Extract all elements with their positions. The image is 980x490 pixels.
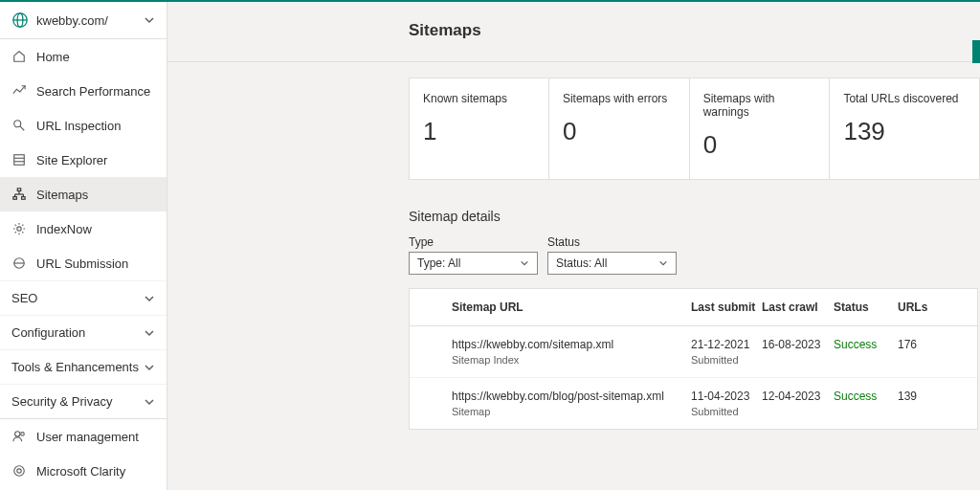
nav-search-performance[interactable]: Search Performance [0,74,167,108]
site-selector[interactable]: kwebby.com/ [0,2,167,39]
th-url[interactable]: Sitemap URL [423,301,691,314]
sitemap-table: Sitemap URL Last submit Last crawl Statu… [409,288,978,430]
page-title: Sitemaps [167,21,980,40]
sitemap-details-heading: Sitemap details [409,209,980,224]
sitemap-url: https://kwebby.com/blog/post-sitemap.xml [452,390,691,403]
submit-status: Submitted [691,406,762,417]
nav-label: URL Inspection [36,119,121,133]
globe-icon [11,11,29,29]
stat-value: 1 [423,117,535,146]
link-icon [11,256,27,271]
stat-label: Total URLs discovered [843,92,966,105]
explorer-icon [11,152,27,167]
stat-cards-row: Known sitemaps 1 Sitemaps with errors 0 … [409,78,980,180]
sitemap-kind: Sitemap Index [452,354,691,366]
svg-point-21 [17,469,21,473]
sidebar: kwebby.com/ Home Search Performance URL … [0,2,167,490]
stat-sitemaps-errors[interactable]: Sitemaps with errors 0 [549,78,690,180]
filter-status-label: Status [547,235,677,249]
nav-microsoft-clarity[interactable]: Microsoft Clarity [0,454,167,488]
stat-total-urls[interactable]: Total URLs discovered 139 [830,78,980,180]
th-last-submit[interactable]: Last submit [691,301,762,314]
nav-site-explorer[interactable]: Site Explorer [0,143,167,177]
user-icon [11,429,27,444]
sitemap-kind: Sitemap [452,406,691,417]
stat-label: Sitemaps with errors [563,92,676,105]
svg-rect-8 [17,189,21,191]
header-divider [167,61,980,62]
chevron-down-icon [520,258,529,268]
table-header: Sitemap URL Last submit Last crawl Statu… [410,289,977,326]
chevron-down-icon [144,327,155,339]
nav-label: User management [36,430,139,444]
nav-group-label: Configuration [11,325,85,340]
nav-label: IndexNow [36,222,92,236]
nav-label: Home [36,50,70,64]
svg-line-4 [20,126,24,130]
nav-group-security[interactable]: Security & Privacy [0,384,167,419]
nav-label: URL Submission [36,256,128,271]
chevron-down-icon [144,14,155,26]
th-status[interactable]: Status [834,301,898,314]
submit-status: Submitted [691,354,762,366]
nav-group-seo[interactable]: SEO [0,280,167,315]
nav-group-tools[interactable]: Tools & Enhancements [0,349,167,384]
nav-label: Search Performance [36,84,150,99]
last-submit-date: 21-12-2021 [691,338,762,351]
submit-sitemap-button[interactable] [972,40,980,63]
trend-icon [11,83,27,99]
last-crawl-date: 12-04-2023 [762,390,834,403]
status-badge: Success [834,390,898,403]
filter-status-select[interactable]: Status: All [547,252,677,275]
filters-row: Type Type: All Status Status: All [409,235,980,275]
stat-label: Known sitemaps [423,92,535,105]
stat-sitemaps-warnings[interactable]: Sitemaps with warnings 0 [690,78,831,180]
url-count: 176 [898,338,936,351]
sitemap-url: https://kwebby.com/sitemap.xml [452,338,691,351]
select-value: Status: All [556,256,607,270]
filter-type-label: Type [409,235,538,249]
th-last-crawl[interactable]: Last crawl [762,301,834,314]
chevron-down-icon [144,293,155,304]
nav-label: Microsoft Clarity [36,464,125,479]
nav-label: Sitemaps [36,188,88,202]
svg-rect-9 [13,197,17,200]
svg-point-18 [15,432,20,436]
nav-sitemaps[interactable]: Sitemaps [0,177,167,212]
clarity-icon [11,463,27,479]
svg-rect-10 [22,197,26,200]
svg-point-15 [17,227,21,231]
chevron-down-icon [658,258,668,268]
nav-group-configuration[interactable]: Configuration [0,315,167,349]
svg-point-3 [14,121,21,127]
chevron-down-icon [144,396,155,408]
sitemap-icon [11,187,27,202]
stat-label: Sitemaps with warnings [703,92,816,119]
status-badge: Success [834,338,898,351]
th-urls[interactable]: URLs [898,301,936,314]
nav-group-label: Security & Privacy [11,394,112,409]
nav-indexnow[interactable]: IndexNow [0,212,167,246]
table-row[interactable]: https://kwebby.com/sitemap.xml Sitemap I… [410,326,977,378]
table-row[interactable]: https://kwebby.com/blog/post-sitemap.xml… [410,378,977,429]
nav-url-inspection[interactable]: URL Inspection [0,108,167,143]
stat-value: 139 [843,117,966,146]
stat-value: 0 [703,130,816,160]
filter-type-select[interactable]: Type: All [409,252,538,275]
nav-user-management[interactable]: User management [0,419,167,454]
url-count: 139 [898,390,936,403]
last-crawl-date: 16-08-2023 [762,338,834,351]
nav-label: Site Explorer [36,153,107,167]
svg-point-19 [21,433,25,436]
svg-rect-5 [14,155,25,166]
gear-icon [11,221,27,236]
home-icon [11,49,27,64]
nav-home[interactable]: Home [0,39,167,74]
svg-point-20 [14,466,25,477]
nav-url-submission[interactable]: URL Submission [0,246,167,280]
main-content: Sitemaps Known sitemaps 1 Sitemaps with … [167,2,980,490]
select-value: Type: All [417,256,460,270]
site-name: kwebby.com/ [36,13,144,28]
stat-value: 0 [563,117,676,146]
stat-known-sitemaps[interactable]: Known sitemaps 1 [409,78,549,180]
